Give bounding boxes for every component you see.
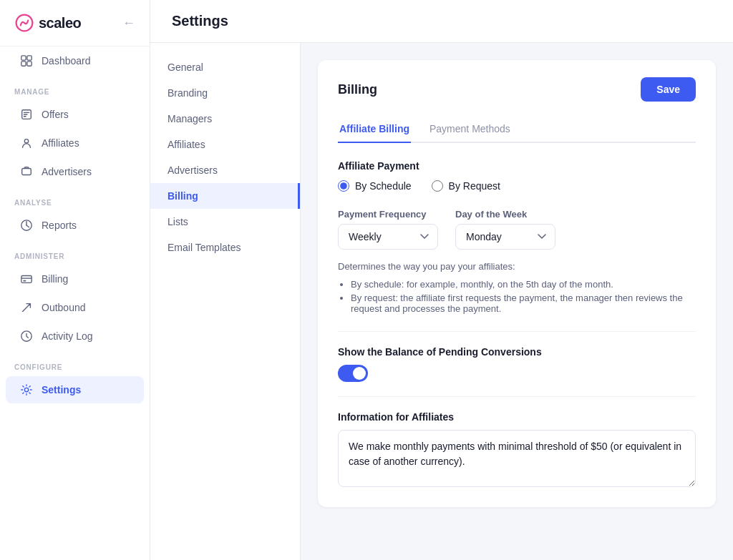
info-affiliates-section: Information for Affiliates We make month… xyxy=(338,411,696,490)
panel-title: Billing xyxy=(338,82,377,97)
activity-log-icon xyxy=(20,330,33,343)
help-list: By schedule: for example, monthly, on th… xyxy=(351,279,696,314)
sub-nav-email-templates[interactable]: Email Templates xyxy=(150,235,300,260)
radio-by-schedule-input[interactable] xyxy=(338,180,349,192)
sidebar-item-dashboard-label: Dashboard xyxy=(42,55,91,67)
help-list-item-1: By schedule: for example, monthly, on th… xyxy=(351,279,696,290)
svg-rect-2 xyxy=(27,56,31,60)
sidebar-item-reports-label: Reports xyxy=(42,220,77,231)
divider-2 xyxy=(338,396,696,397)
sub-nav-general[interactable]: General xyxy=(150,54,300,80)
outbound-icon xyxy=(20,301,33,314)
sidebar-section-administer: ADMINISTER xyxy=(0,240,150,265)
sidebar-item-advertisers-label: Advertisers xyxy=(42,166,92,177)
svg-point-12 xyxy=(24,388,28,391)
tab-affiliate-billing[interactable]: Affiliate Billing xyxy=(338,116,411,143)
affiliate-payment-label: Affiliate Payment xyxy=(338,160,696,172)
radio-by-request[interactable]: By Request xyxy=(432,180,500,192)
sidebar-section-configure: CONFIGURE xyxy=(0,350,150,375)
sub-nav-branding[interactable]: Branding xyxy=(150,80,300,106)
sub-nav-affiliates[interactable]: Affiliates xyxy=(150,132,300,157)
pending-conversions-label: Show the Balance of Pending Conversions xyxy=(338,346,696,358)
help-text: Determines the way you pay your affiliat… xyxy=(338,261,696,272)
divider-1 xyxy=(338,331,696,332)
toggle-row xyxy=(338,365,696,382)
sidebar-item-activity-log-label: Activity Log xyxy=(42,330,93,342)
sub-nav-advertisers[interactable]: Advertisers xyxy=(150,157,300,183)
sidebar-item-affiliates-label: Affiliates xyxy=(42,137,79,149)
main-content: Settings General Branding Managers Affil… xyxy=(150,0,733,560)
tab-payment-methods[interactable]: Payment Methods xyxy=(428,116,512,143)
svg-rect-7 xyxy=(22,169,31,175)
reports-icon xyxy=(20,219,33,232)
payment-frequency-select[interactable]: Weekly Monthly Bi-weekly Daily xyxy=(338,224,438,250)
payment-frequency-label: Payment Frequency xyxy=(338,209,438,220)
content-area: General Branding Managers Affiliates Adv… xyxy=(150,43,733,560)
svg-rect-3 xyxy=(21,62,26,66)
affiliates-icon xyxy=(20,137,33,149)
info-affiliates-label: Information for Affiliates xyxy=(338,411,696,423)
page-title: Settings xyxy=(172,13,712,29)
billing-icon xyxy=(20,272,33,285)
radio-by-schedule[interactable]: By Schedule xyxy=(338,180,412,192)
svg-rect-9 xyxy=(21,276,31,283)
svg-rect-10 xyxy=(24,280,26,282)
svg-point-6 xyxy=(24,139,28,143)
day-of-week-label: Day of the Week xyxy=(455,209,555,220)
toggle-slider xyxy=(338,365,368,382)
advertisers-icon xyxy=(20,165,33,178)
radio-by-schedule-label: By Schedule xyxy=(355,180,412,192)
pending-conversions-section: Show the Balance of Pending Conversions xyxy=(338,346,696,382)
sidebar-item-activity-log[interactable]: Activity Log xyxy=(6,323,144,350)
sidebar-section-analyse: ANALYSE xyxy=(0,186,150,211)
sidebar-item-settings-label: Settings xyxy=(42,384,81,396)
radio-by-request-input[interactable] xyxy=(432,180,443,192)
sidebar-item-advertisers[interactable]: Advertisers xyxy=(6,158,144,185)
payment-frequency-row: Payment Frequency Weekly Monthly Bi-week… xyxy=(338,209,696,250)
back-button[interactable]: ← xyxy=(122,16,135,31)
sidebar-item-billing-label: Billing xyxy=(42,273,68,285)
sidebar-item-outbound[interactable]: Outbound xyxy=(6,294,144,321)
affiliate-payment-options: By Schedule By Request xyxy=(338,180,696,192)
sidebar-item-affiliates[interactable]: Affiliates xyxy=(6,129,144,157)
sidebar-item-offers[interactable]: Offers xyxy=(6,101,144,128)
sub-nav-lists[interactable]: Lists xyxy=(150,209,300,235)
sidebar-item-reports[interactable]: Reports xyxy=(6,212,144,239)
logo: scaleo xyxy=(14,13,81,33)
offers-icon xyxy=(20,108,33,121)
sidebar-item-dashboard[interactable]: Dashboard xyxy=(6,47,144,74)
main-header: Settings xyxy=(150,0,733,43)
svg-rect-1 xyxy=(21,56,26,60)
sub-nav-managers[interactable]: Managers xyxy=(150,106,300,132)
sidebar-section-manage: MANAGE xyxy=(0,75,150,100)
day-of-week-group: Day of the Week Monday Tuesday Wednesday… xyxy=(455,209,555,250)
sub-nav-billing[interactable]: Billing xyxy=(150,183,300,209)
radio-by-request-label: By Request xyxy=(449,180,500,192)
day-of-week-select[interactable]: Monday Tuesday Wednesday Thursday Friday… xyxy=(455,224,555,250)
sidebar-item-outbound-label: Outbound xyxy=(42,302,86,313)
dashboard-icon xyxy=(20,54,33,67)
tabs: Affiliate Billing Payment Methods xyxy=(338,116,696,143)
sidebar-item-settings[interactable]: Settings xyxy=(6,376,144,403)
sidebar-item-offers-label: Offers xyxy=(42,109,69,120)
panel-card: Billing Save Affiliate Billing Payment M… xyxy=(318,60,716,507)
payment-frequency-group: Payment Frequency Weekly Monthly Bi-week… xyxy=(338,209,438,250)
info-affiliates-textarea[interactable]: We make monthly payments with minimal th… xyxy=(338,430,696,487)
pending-conversions-toggle[interactable] xyxy=(338,365,368,382)
help-list-item-2: By request: the affiliate first requests… xyxy=(351,293,696,314)
panel: Billing Save Affiliate Billing Payment M… xyxy=(301,43,733,560)
svg-rect-4 xyxy=(27,62,31,66)
sub-nav: General Branding Managers Affiliates Adv… xyxy=(150,43,301,560)
settings-icon xyxy=(20,383,33,396)
sidebar-item-billing[interactable]: Billing xyxy=(6,265,144,293)
sidebar-logo: scaleo ← xyxy=(0,0,150,46)
sidebar: scaleo ← Dashboard MANAGE Offers Affilia… xyxy=(0,0,150,560)
logo-text: scaleo xyxy=(39,15,81,31)
scaleo-logo-icon xyxy=(14,13,34,33)
save-button[interactable]: Save xyxy=(641,77,696,102)
panel-card-header: Billing Save xyxy=(338,77,696,102)
